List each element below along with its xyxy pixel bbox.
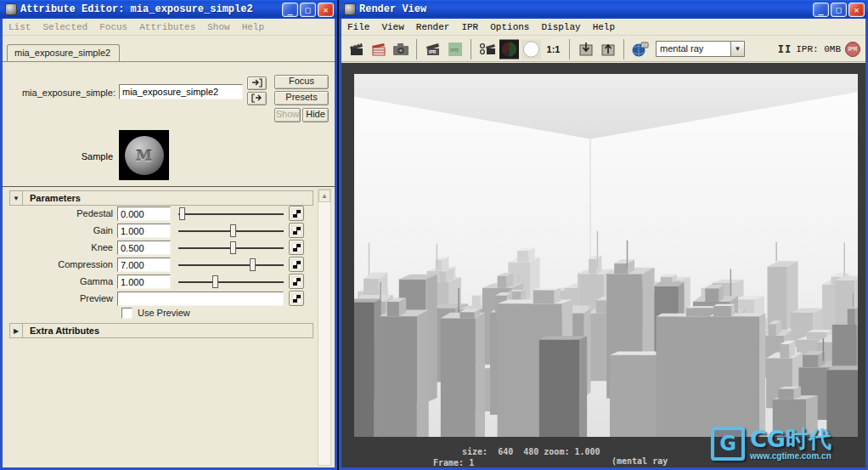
map-button[interactable] (289, 257, 304, 272)
param-row-compression: Compression (3, 257, 313, 274)
compression-input[interactable] (117, 258, 171, 272)
attribute-editor-menubar: List Selected Focus Attributes Show Help (3, 19, 335, 36)
preview-input[interactable] (117, 292, 284, 306)
real-size-button[interactable]: 1:1 (544, 39, 563, 59)
preview-label: Preview (3, 293, 113, 303)
menu-options[interactable]: Options (484, 20, 535, 34)
sample-label: Sample (3, 151, 113, 161)
menu-selected[interactable]: Selected (37, 20, 93, 34)
knee-input[interactable] (117, 241, 171, 255)
toolbar-separator (416, 39, 417, 59)
hide-button[interactable]: Hide (302, 108, 329, 122)
knee-slider[interactable] (178, 241, 284, 255)
svg-text:IPR: IPR (429, 49, 437, 54)
param-row-pedestal: Pedestal (3, 206, 313, 223)
parameters-section-header[interactable]: ▼ Parameters (9, 190, 313, 206)
param-label: Knee (3, 242, 113, 252)
extra-attributes-section-header[interactable]: ▶ Extra Attributes (9, 323, 313, 338)
render-area: size: 640 480 zoom: 1.000 (mental ray Fr… (341, 63, 865, 467)
use-preview-row: Use Preview (3, 307, 313, 320)
menu-help[interactable]: Help (236, 20, 270, 34)
map-button[interactable] (289, 291, 304, 306)
menu-view[interactable]: View (375, 20, 409, 34)
ipr-status-icon: IPR (845, 42, 860, 57)
menu-file[interactable]: File (341, 20, 375, 34)
separator (3, 186, 335, 187)
checker-icon (293, 210, 301, 218)
gain-slider[interactable] (178, 224, 284, 238)
extra-attributes-section-title: Extra Attributes (23, 324, 99, 337)
gamma-input[interactable] (117, 275, 171, 289)
map-button[interactable] (289, 274, 304, 289)
attribute-editor-titlebar[interactable]: Attribute Editor: mia_exposure_simple2 _… (0, 0, 337, 19)
pedestal-slider[interactable] (178, 207, 284, 221)
presets-button[interactable]: Presets (274, 91, 329, 105)
menu-show[interactable]: Show (201, 20, 235, 34)
render-current-frame-icon[interactable] (347, 39, 366, 59)
collapse-arrow-icon[interactable]: ▼ (10, 191, 23, 205)
expand-arrow-icon[interactable]: ▶ (10, 324, 23, 337)
menu-ipr[interactable]: IPR (455, 20, 484, 34)
close-button[interactable]: ✕ (848, 3, 865, 17)
render-status-line-2: Frame: 1 Render Time: 0:14 Camera: per (341, 449, 865, 460)
minimize-button[interactable]: _ (282, 3, 298, 17)
ipr-render-icon[interactable]: IPR (423, 39, 442, 59)
frame-label: Frame: 1 (433, 458, 474, 467)
snapshot-icon[interactable] (391, 39, 410, 59)
rgb-channels-icon[interactable] (499, 39, 519, 59)
svg-text:IPR: IPR (450, 48, 459, 53)
tab-mia-exposure-simple2[interactable]: mia_exposure_simple2 (7, 44, 120, 62)
param-label: Gain (3, 225, 113, 235)
scroll-up-icon[interactable]: ▲ (318, 190, 330, 202)
menu-focus[interactable]: Focus (93, 20, 133, 34)
menu-help[interactable]: Help (587, 20, 621, 34)
map-button[interactable] (289, 206, 304, 221)
render-view-window: Render View _ □ ✕ File View Render IPR O… (339, 0, 868, 470)
param-label: Gamma (3, 276, 113, 286)
close-button[interactable]: ✕ (318, 3, 334, 17)
refresh-ipr-region-icon[interactable]: IPR (445, 39, 465, 59)
menu-display[interactable]: Display (535, 20, 586, 34)
alpha-channel-icon[interactable] (521, 39, 541, 59)
sample-swatch[interactable]: M (119, 130, 169, 180)
renderer-combobox[interactable]: mental ray ▼ (656, 41, 745, 57)
pedestal-input[interactable] (117, 207, 171, 221)
gamma-slider[interactable] (178, 275, 284, 289)
chevron-down-icon[interactable]: ▼ (730, 41, 745, 57)
keep-image-icon[interactable] (576, 39, 595, 59)
checker-icon (293, 295, 301, 303)
use-preview-label: Use Preview (138, 308, 190, 318)
copy-tab-icon[interactable] (247, 92, 267, 105)
remove-image-icon[interactable] (598, 39, 617, 59)
use-preview-checkbox[interactable] (121, 308, 132, 319)
map-button[interactable] (289, 223, 304, 238)
node-name-input[interactable] (119, 84, 243, 99)
load-attributes-icon[interactable] (247, 76, 267, 90)
param-label: Pedestal (3, 208, 113, 218)
attribute-editor-window: Attribute Editor: mia_exposure_simple2 _… (0, 0, 337, 470)
gain-input[interactable] (117, 224, 171, 238)
focus-button[interactable]: Focus (274, 75, 329, 89)
attribute-editor-title: Attribute Editor: mia_exposure_simple2 (20, 3, 253, 15)
compression-slider[interactable] (178, 258, 284, 272)
map-button[interactable] (289, 240, 304, 255)
rendered-city-image (354, 74, 858, 437)
minimize-button[interactable]: _ (813, 3, 829, 17)
render-view-titlebar[interactable]: Render View _ □ ✕ (339, 0, 868, 19)
redo-previous-render-icon[interactable] (369, 39, 388, 59)
redo-previous-ipr-icon[interactable] (477, 39, 497, 59)
menu-list[interactable]: List (3, 20, 37, 34)
maximize-button[interactable]: □ (300, 3, 316, 17)
vertical-scrollbar[interactable]: ▲ (318, 189, 331, 466)
toolbar-separator (623, 39, 624, 59)
menu-attributes[interactable]: Attributes (133, 20, 201, 34)
render-canvas[interactable] (354, 74, 858, 437)
show-button[interactable]: Show (274, 108, 301, 122)
toolbar-separator (471, 39, 471, 59)
render-view-title: Render View (359, 3, 426, 15)
render-globals-icon[interactable] (630, 39, 650, 59)
maximize-button[interactable]: □ (831, 3, 847, 17)
attributes-scroll-pane: ▼ Parameters Pedestal Gain Knee Compress… (3, 188, 335, 467)
menu-render[interactable]: Render (410, 20, 456, 34)
pause-ipr-icon[interactable]: II (778, 43, 792, 55)
